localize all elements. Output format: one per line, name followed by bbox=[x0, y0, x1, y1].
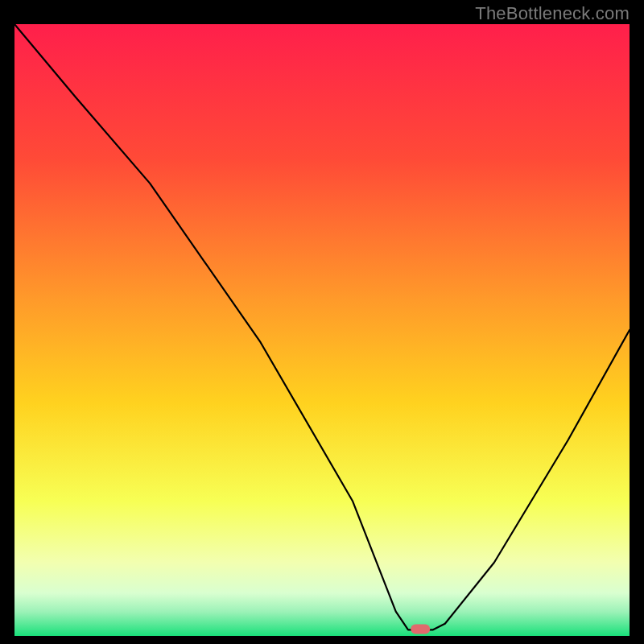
optimal-point-marker bbox=[411, 624, 430, 634]
chart-svg bbox=[14, 24, 630, 636]
watermark-label: TheBottleneck.com bbox=[475, 3, 630, 24]
chart-frame bbox=[14, 24, 630, 636]
gradient-background bbox=[14, 24, 630, 636]
